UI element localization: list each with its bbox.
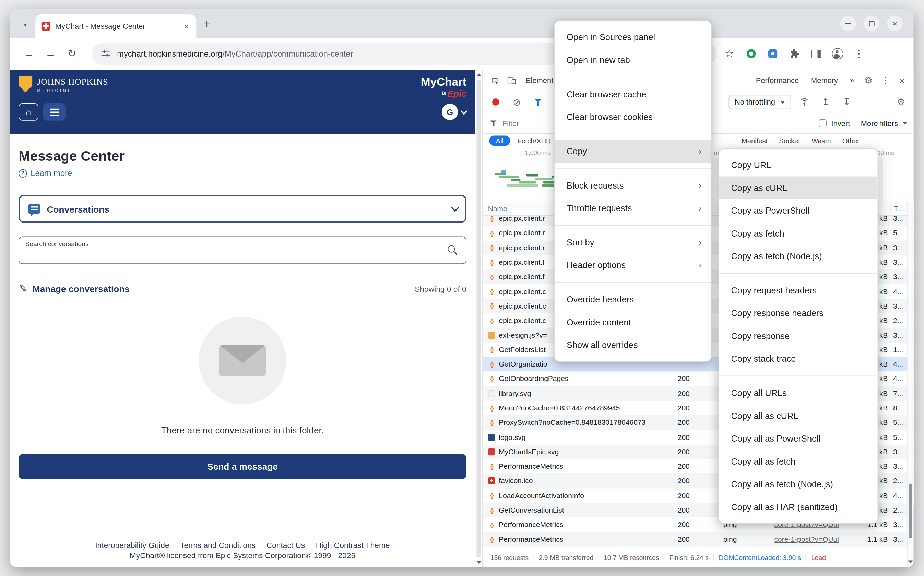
devtools-scrollbar[interactable] (907, 202, 913, 567)
context-menu-item[interactable]: Clear browser cookies (555, 106, 711, 129)
tab-close-icon[interactable]: × (183, 21, 190, 31)
context-menu-item[interactable] (719, 273, 878, 274)
avatar[interactable]: G (442, 104, 458, 120)
send-message-button[interactable]: Send a message (19, 454, 466, 479)
filter-chip[interactable]: Socket (775, 136, 804, 146)
context-menu-item[interactable]: Open in new tab (555, 49, 711, 72)
scroll-up-arrow-icon[interactable] (476, 74, 481, 77)
context-menu-item[interactable] (555, 282, 711, 283)
export-har-icon[interactable]: ↧ (839, 94, 854, 110)
context-menu-item[interactable]: Copy as PowerShell (719, 199, 878, 222)
reload-button[interactable]: ↻ (63, 45, 81, 63)
site-info-icon[interactable] (101, 50, 110, 57)
home-button[interactable]: ⌂ (19, 104, 38, 121)
context-menu-item[interactable]: Copy as fetch (719, 222, 878, 245)
context-menu-item[interactable]: Throttle requests › (555, 197, 711, 220)
context-menu-item[interactable]: Override content (555, 311, 711, 334)
footer-link[interactable]: High Contrast Theme (316, 541, 390, 550)
context-menu-item[interactable]: Copy all as HAR (sanitized) (719, 496, 878, 519)
context-menu-item[interactable]: Sort by › (555, 231, 711, 254)
filter-input[interactable]: Filter (503, 119, 519, 128)
context-menu-item[interactable] (555, 77, 711, 77)
context-menu-item[interactable]: Header options › (555, 254, 711, 277)
context-menu-item[interactable]: Copy › (555, 140, 711, 163)
main-menu-button[interactable] (43, 104, 66, 121)
window-close-button[interactable]: × (887, 16, 903, 32)
scroll-down-arrow-icon[interactable] (476, 561, 481, 564)
manage-conversations-link[interactable]: Manage conversations (33, 284, 130, 294)
device-toolbar-icon[interactable] (503, 73, 519, 88)
search-icon[interactable] (448, 245, 458, 255)
side-panel-icon[interactable] (807, 45, 825, 63)
bookmark-star-icon[interactable]: ☆ (720, 45, 738, 63)
filter-chip[interactable]: All (489, 136, 510, 146)
devtools-close-icon[interactable]: × (895, 73, 910, 88)
context-menu-item[interactable]: Override headers (555, 288, 711, 311)
context-menu-item[interactable]: Clear browser cache (555, 83, 711, 106)
page-scrollbar[interactable] (475, 70, 483, 567)
filter-toggle-icon[interactable] (530, 94, 546, 110)
request-initiator-link[interactable]: core-1-post?v=QUul (769, 535, 859, 543)
context-menu-item[interactable]: Copy response headers (719, 302, 878, 325)
context-menu-item[interactable]: Copy all as fetch (Node.js) (719, 473, 878, 496)
context-menu-item[interactable]: Show all overrides (555, 334, 711, 357)
context-menu-item[interactable]: Copy stack trace (719, 347, 878, 370)
context-menu-item[interactable] (719, 376, 878, 376)
scrollbar-thumb[interactable] (477, 80, 481, 557)
window-minimize-button[interactable] (840, 16, 856, 32)
context-menu-item[interactable]: Block requests › (555, 174, 711, 197)
import-har-icon[interactable]: ↥ (818, 94, 833, 110)
network-conditions-icon[interactable] (797, 94, 812, 110)
context-menu-item[interactable]: Copy all as PowerShell (719, 427, 878, 450)
context-menu-item[interactable]: Open in Sources panel (555, 26, 711, 49)
devtools-settings-gear-icon[interactable]: ⚙ (861, 73, 877, 88)
new-tab-button[interactable]: + (203, 18, 210, 31)
window-maximize-button[interactable] (864, 16, 879, 32)
footer-link[interactable]: Interoperability Guide (95, 541, 169, 550)
context-menu-item[interactable]: Copy as cURL (719, 177, 878, 200)
context-menu-item[interactable]: Copy URL (719, 154, 878, 177)
context-menu-item[interactable] (555, 225, 711, 226)
footer-link[interactable]: Contact Us (266, 541, 305, 550)
clear-network-log-icon[interactable]: ⊘ (509, 94, 525, 110)
scroll-down-arrow-icon[interactable] (908, 561, 913, 564)
network-request-row[interactable]: PerformanceMetrics 200 ping core-1-post?… (483, 532, 914, 547)
context-menu-item[interactable] (555, 168, 711, 169)
filter-chip[interactable]: Other (839, 136, 863, 146)
record-network-log-icon[interactable] (488, 94, 504, 110)
filter-chip[interactable]: Wasm (808, 136, 834, 146)
throttling-dropdown[interactable]: No throttling (729, 95, 792, 109)
extension-green-icon[interactable] (742, 45, 760, 63)
context-menu-item[interactable]: Copy response (719, 325, 878, 348)
filter-chip[interactable]: Fetch/XHR (514, 136, 555, 146)
network-settings-gear-icon[interactable]: ⚙ (893, 94, 909, 110)
filter-chip[interactable]: Manifest (738, 136, 771, 146)
footer-link[interactable]: Terms and Conditions (180, 541, 256, 550)
context-menu-item[interactable]: Copy all URLs (719, 382, 878, 405)
learn-more-link[interactable]: Learn more (19, 169, 466, 178)
more-filters-button[interactable]: More filters (861, 119, 898, 128)
extensions-puzzle-icon[interactable] (785, 45, 803, 63)
browser-menu-kebab-icon[interactable]: ⋮ (850, 45, 868, 63)
tab-performance[interactable]: Performance (751, 70, 804, 91)
context-menu-item[interactable]: Copy all as cURL (719, 405, 878, 427)
inspect-element-icon[interactable] (487, 73, 503, 88)
invert-checkbox[interactable] (819, 119, 826, 127)
context-menu-item[interactable]: Copy all as fetch (719, 450, 878, 473)
context-menu-item[interactable]: Copy as fetch (Node.js) (719, 245, 878, 268)
search-conversations-input[interactable]: Search conversations (19, 237, 466, 264)
conversations-dropdown[interactable]: Conversations (19, 195, 466, 223)
extension-blue-icon[interactable] (764, 45, 781, 63)
context-menu-item[interactable] (555, 134, 711, 134)
tab-search-chevron-icon[interactable]: ▾ (18, 17, 33, 33)
browser-tab[interactable]: MyChart - Message Center × (35, 14, 196, 38)
back-button[interactable]: ← (20, 45, 38, 63)
tab-memory[interactable]: Memory (805, 70, 843, 91)
devtools-kebab-menu-icon[interactable]: ⋮ (878, 73, 894, 88)
context-menu-item[interactable]: Copy request headers (719, 279, 878, 302)
account-menu[interactable]: G (442, 104, 466, 120)
forward-button[interactable]: → (42, 45, 60, 63)
more-tabs-icon[interactable]: » (844, 70, 860, 91)
column-header-time[interactable]: T... (890, 202, 908, 216)
profile-icon[interactable] (828, 45, 847, 63)
